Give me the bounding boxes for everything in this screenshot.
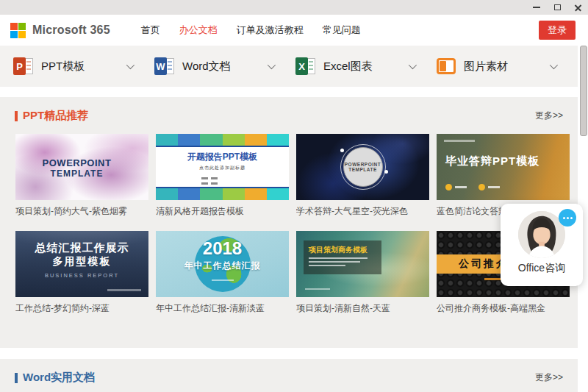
category-label: PPT模板 (41, 60, 85, 74)
template-caption[interactable]: 项目策划-清新自然-天蓝 (296, 302, 429, 315)
section-accent-bar (15, 373, 18, 383)
minimize-button[interactable] (526, 0, 547, 15)
category-bar: P PPT模板 W Word文档 X Excel图表 图片素材 (0, 46, 578, 87)
word-section-header: Word实用文档 更多>> (0, 359, 578, 385)
thumb-title: 项目策划商务模板 (309, 245, 376, 255)
template-card-stripes[interactable]: 开题报告PPT模板 点击此处添加副标题 清新风格开题报告模板 (156, 134, 289, 218)
template-card-nature[interactable]: 项目策划商务模板 项目策划-清新自然-天蓝 (296, 231, 429, 315)
thumb-title: 开题报告PPT模板 (156, 151, 289, 163)
template-caption[interactable]: 项目策划-简约大气-紫色烟雾 (15, 205, 148, 218)
thumb-title: 毕业答辩PPT模板 (445, 154, 539, 168)
thumb-tagline: BUSINESS REPORT (15, 272, 148, 279)
nav-item-home[interactable]: 首页 (141, 24, 160, 37)
category-label: Word文档 (182, 60, 231, 74)
template-row-2: 总结汇报工作展示 多用型模板 BUSINESS REPORT 工作总结-梦幻简约… (0, 231, 578, 315)
template-caption[interactable]: 公司推介商务模板-高端黑金 (437, 302, 570, 315)
login-button[interactable]: 登录 (539, 21, 576, 40)
image-icon (437, 58, 456, 74)
maximize-icon (554, 4, 561, 10)
section-accent-bar (15, 111, 18, 121)
chevron-down-icon[interactable] (268, 61, 276, 69)
section-title: PPT精品推荐 (23, 109, 88, 123)
section-title: Word实用文档 (23, 371, 95, 385)
template-thumbnail[interactable]: 总结汇报工作展示 多用型模板 BUSINESS REPORT (15, 231, 148, 297)
template-caption[interactable]: 学术答辩-大气星空-荧光深色 (296, 205, 429, 218)
template-row-1: POWERPOINT TEMPLATE 项目策划-简约大气-紫色烟雾 开题报告P… (0, 134, 578, 218)
brand-name: Microsoft 365 (32, 24, 110, 37)
template-thumbnail[interactable]: 开题报告PPT模板 点击此处添加副标题 (156, 134, 289, 200)
close-button[interactable] (567, 0, 588, 15)
category-label: 图片素材 (464, 60, 508, 74)
powerpoint-icon: P (13, 57, 33, 75)
thumb-subtitle: TEMPLATE (15, 168, 138, 179)
chevron-down-icon[interactable] (409, 61, 417, 69)
template-thumbnail[interactable]: 毕业答辩PPT模板 (437, 134, 570, 200)
template-card-starry[interactable]: POWERPOINT TEMPLATE 学术答辩-大气星空-荧光深色 (296, 134, 429, 218)
category-label: Excel图表 (323, 60, 373, 74)
template-card-dark-blue[interactable]: 总结汇报工作展示 多用型模板 BUSINESS REPORT 工作总结-梦幻简约… (15, 231, 148, 315)
close-icon (574, 4, 582, 12)
thumb-subtitle: 点击此处添加副标题 (156, 165, 289, 171)
template-thumbnail[interactable]: 2018 年中工作总结汇报 (156, 231, 289, 297)
category-ppt[interactable]: P PPT模板 (13, 57, 154, 75)
brand: Microsoft 365 (10, 23, 110, 38)
nav-item-faq[interactable]: 常见问题 (323, 24, 361, 37)
template-thumbnail[interactable]: POWERPOINT TEMPLATE (15, 134, 148, 200)
chevron-down-icon[interactable] (126, 61, 135, 69)
template-thumbnail[interactable]: 项目策划商务模板 (296, 231, 429, 297)
app-header: Microsoft 365 首页 办公文档 订单及激活教程 常见问题 登录 (0, 15, 588, 46)
maximize-button[interactable] (547, 0, 567, 15)
category-excel[interactable]: X Excel图表 (295, 57, 437, 75)
more-link[interactable]: 更多>> (535, 110, 563, 122)
thumb-title: POWERPOINT (15, 157, 138, 168)
word-icon: W (154, 57, 174, 75)
more-link[interactable]: 更多>> (535, 371, 563, 384)
office-chat-widget[interactable]: Office咨询 (501, 204, 583, 286)
vertical-scrollbar-thumb[interactable] (580, 46, 587, 136)
category-word[interactable]: W Word文档 (154, 57, 295, 75)
ppt-section-header: PPT精品推荐 更多>> (0, 97, 578, 123)
template-thumbnail[interactable]: POWERPOINT TEMPLATE (296, 134, 429, 200)
thumb-subtitle: 多用型模板 (15, 255, 148, 268)
ppt-section-panel: PPT精品推荐 更多>> POWERPOINT TEMPLATE 项目策划-简约… (0, 97, 578, 348)
nav-item-office-docs[interactable]: 办公文档 (179, 24, 218, 37)
template-caption[interactable]: 年中工作总结汇报-清新淡蓝 (156, 302, 289, 315)
thumb-year: 2018 (156, 238, 289, 259)
template-caption[interactable]: 清新风格开题报告模板 (156, 205, 289, 218)
nav-item-orders[interactable]: 订单及激活教程 (237, 24, 304, 37)
template-card-globe-2018[interactable]: 2018 年中工作总结汇报 年中工作总结汇报-清新淡蓝 (156, 231, 289, 315)
thumb-subtitle: TEMPLATE (348, 167, 377, 172)
thumb-title: 总结汇报工作展示 (15, 241, 148, 255)
main-nav: 首页 办公文档 订单及激活教程 常见问题 (141, 24, 361, 37)
minimize-icon (533, 7, 540, 8)
chat-widget-label: Office咨询 (518, 262, 565, 275)
template-card-purple-smoke[interactable]: POWERPOINT TEMPLATE 项目策划-简约大气-紫色烟雾 (15, 134, 148, 218)
thumb-title: POWERPOINT (345, 162, 381, 167)
category-images[interactable]: 图片素材 (437, 58, 578, 74)
microsoft-logo-icon (10, 23, 26, 38)
excel-icon: X (295, 57, 315, 75)
word-section-panel: Word实用文档 更多>> (0, 359, 578, 392)
template-caption[interactable]: 工作总结-梦幻简约-深蓝 (15, 302, 148, 315)
chat-bubble-icon (559, 209, 576, 227)
chevron-down-icon[interactable] (550, 61, 558, 69)
thumb-title: 年中工作总结汇报 (156, 260, 289, 272)
window-titlebar (0, 0, 588, 15)
